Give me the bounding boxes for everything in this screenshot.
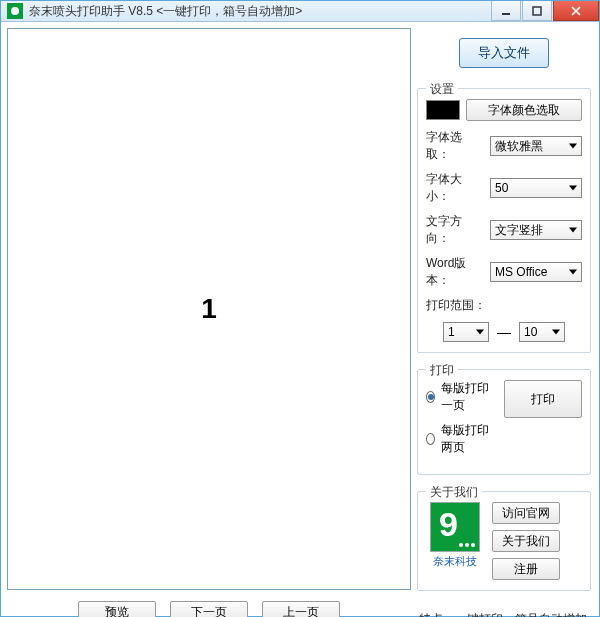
preview-page-number: 1: [201, 293, 217, 325]
range-to-select[interactable]: 10: [519, 322, 565, 342]
size-label: 字体大小：: [426, 171, 484, 205]
font-size-select[interactable]: 50: [490, 178, 582, 198]
register-button[interactable]: 注册: [492, 558, 560, 580]
direction-label: 文字方向：: [426, 213, 484, 247]
print-option-1[interactable]: 每版打印一页: [426, 380, 494, 414]
app-icon: [7, 3, 23, 19]
preview-area: 1: [7, 28, 411, 590]
radio-icon: [426, 433, 435, 445]
settings-legend: 设置: [426, 81, 458, 98]
titlebar: 奈末喷头打印助手 V8.5 <一键打印，箱号自动增加>: [1, 1, 599, 22]
preview-button[interactable]: 预览: [78, 601, 156, 617]
print-range-label: 打印范围：: [426, 297, 486, 314]
font-label: 字体选取：: [426, 129, 484, 163]
print-button[interactable]: 打印: [504, 380, 582, 418]
visit-site-button[interactable]: 访问官网: [492, 502, 560, 524]
print-group: 打印 每版打印一页 每版打印两页 打印: [417, 369, 591, 475]
about-group: 关于我们 9 奈末科技 访问官网 关于我们 注册: [417, 491, 591, 591]
features-text: 特点：一键打印，箱号自动增加: [417, 611, 591, 617]
range-from-select[interactable]: 1: [443, 322, 489, 342]
bottom-buttons: 预览 下一页 上一页: [7, 596, 411, 617]
window-controls: [490, 1, 599, 21]
maximize-button[interactable]: [522, 1, 552, 21]
print-legend: 打印: [426, 362, 458, 379]
text-direction-select[interactable]: 文字竖排: [490, 220, 582, 240]
company-name: 奈末科技: [426, 554, 484, 569]
logo-block: 9 奈末科技: [426, 502, 484, 580]
content-area: 1 预览 下一页 上一页 导入文件 设置 字体颜色选取 字体选取： 微软雅黑: [1, 22, 599, 617]
font-select[interactable]: 微软雅黑: [490, 136, 582, 156]
svg-rect-2: [533, 7, 541, 15]
window-title: 奈末喷头打印助手 V8.5 <一键打印，箱号自动增加>: [29, 3, 490, 20]
prev-page-button[interactable]: 上一页: [262, 601, 340, 617]
next-page-button[interactable]: 下一页: [170, 601, 248, 617]
range-dash: —: [497, 324, 511, 340]
radio-icon: [426, 391, 435, 403]
right-pane: 导入文件 设置 字体颜色选取 字体选取： 微软雅黑 字体大小： 50 文字方向：: [417, 28, 593, 617]
about-us-button[interactable]: 关于我们: [492, 530, 560, 552]
font-color-swatch[interactable]: [426, 100, 460, 120]
about-legend: 关于我们: [426, 484, 482, 501]
settings-group: 设置 字体颜色选取 字体选取： 微软雅黑 字体大小： 50 文字方向： 文字竖排: [417, 88, 591, 353]
svg-point-0: [11, 7, 19, 15]
svg-rect-1: [502, 13, 510, 15]
word-version-label: Word版本：: [426, 255, 484, 289]
close-button[interactable]: [553, 1, 599, 21]
left-pane: 1 预览 下一页 上一页: [7, 28, 411, 617]
import-file-button[interactable]: 导入文件: [459, 38, 549, 68]
app-window: 奈末喷头打印助手 V8.5 <一键打印，箱号自动增加> 1 预览 下一页 上一页…: [0, 0, 600, 617]
print-option-2[interactable]: 每版打印两页: [426, 422, 494, 456]
word-version-select[interactable]: MS Office: [490, 262, 582, 282]
pick-font-color-button[interactable]: 字体颜色选取: [466, 99, 582, 121]
company-logo: 9: [430, 502, 480, 552]
minimize-button[interactable]: [491, 1, 521, 21]
